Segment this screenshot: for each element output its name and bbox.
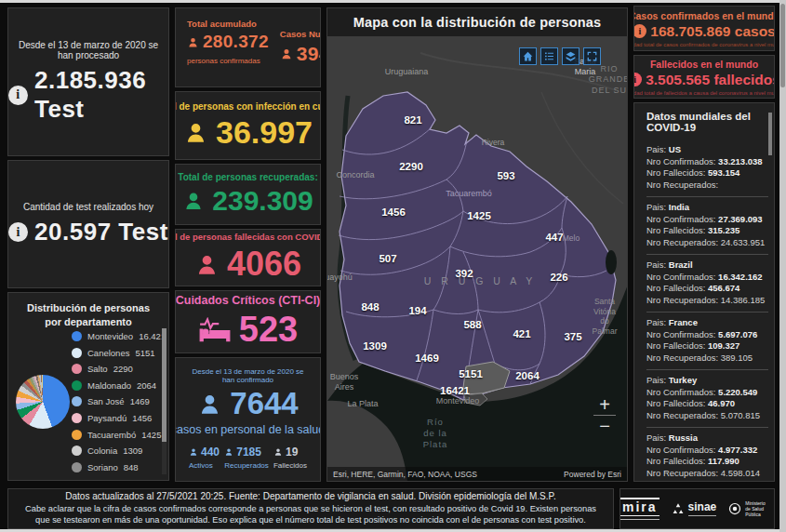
legend-value: 1456 (132, 413, 152, 423)
country-data-line: Nro Confirmados: 5.220.549 (646, 387, 768, 399)
person-icon (197, 392, 222, 417)
zoom-out-button[interactable]: − (593, 416, 616, 436)
tests-total-value-row: i 2.185.936 Test (8, 66, 168, 124)
department-case-count: 593 (497, 170, 514, 181)
department-case-count: 16421 (440, 385, 470, 396)
map-place-label: Rivera (482, 138, 505, 148)
stat-label: Fallecidos (273, 461, 307, 470)
panel-health-workers: Desde el 13 de marzo de 2020 se han conf… (175, 357, 321, 482)
panel-world-data-list: Datos mundiales del COVID-19 Pais: USNro… (633, 102, 775, 482)
country-list: Pais: USNro Confirmados: 33.213.038Nro F… (646, 140, 768, 482)
panel-accumulated-cases: Total acumulado 280.372 personas confirm… (175, 7, 321, 87)
footer-updated-line: Datos actualizados al 27/5/2021 20:25. F… (18, 491, 604, 501)
department-case-count: 447 (545, 232, 563, 243)
health-workers-subtitle: casos en personal de la salud (175, 423, 321, 436)
country-name: India (669, 202, 689, 212)
legend-color-dot (72, 348, 82, 358)
department-case-count: 821 (404, 114, 421, 126)
person-icon (182, 190, 205, 212)
department-case-count: 5151 (459, 368, 483, 379)
country-data-label: Nro Confirmados: (646, 329, 718, 339)
map-home-button[interactable] (519, 47, 537, 65)
map-legend-button[interactable] (540, 47, 558, 65)
country-list-scrollbar-thumb[interactable] (768, 113, 772, 155)
map-place-label: Buenos Aires (330, 372, 359, 393)
country-data-label: Nro Confirmados: (646, 272, 718, 282)
legend-value: 848 (124, 462, 139, 472)
country-data-value: 109.327 (708, 340, 739, 351)
map-titlebar: Mapa con la distribución de personas (327, 8, 627, 36)
legend-value: 1309 (123, 446, 142, 456)
map-place-label: Tacuarembó (446, 189, 492, 199)
country-name: Turkey (669, 375, 697, 385)
country-data-line: Nro Confirmados: 4.977.332 (646, 445, 768, 457)
department-case-count: 507 (379, 253, 396, 264)
new-cases-value: 3942 (297, 43, 321, 65)
country-data-line: Nro Recuperados: 14.386.185 (646, 295, 768, 307)
map-layers-button[interactable] (562, 47, 580, 65)
legend-value: 5151 (135, 348, 154, 358)
country-data-value: 5.697.076 (718, 329, 757, 339)
msp-logo: Ministerio de Salud Pública (728, 500, 774, 517)
zoom-in-button[interactable]: + (593, 394, 616, 415)
accumulated-title: Total acumulado (187, 19, 269, 29)
country-name-line: Pais: Russia (646, 432, 768, 445)
department-case-count: 848 (361, 301, 379, 313)
msp-logo-text: Ministerio de Salud Pública (745, 500, 774, 517)
sinae-logo-bar (688, 514, 717, 516)
legend-label: Tacuarembó (87, 430, 136, 440)
legend-label: San José (87, 396, 125, 406)
department-case-count: 421 (513, 328, 530, 339)
world-deaths-value: 3.505.565 fallecidos (646, 72, 775, 88)
deceased-value-row: 4066 (194, 245, 301, 284)
country-data-line: Nro Confirmados: 27.369.093 (646, 214, 768, 226)
department-case-count: 194 (408, 305, 426, 316)
legend-value: 2064 (137, 380, 156, 391)
country-data-value: 14.386.185 (721, 295, 766, 305)
hospital-bed-icon (198, 317, 232, 343)
deceased-value: 4066 (227, 245, 301, 284)
country-data-label: Nro Fallecidos: (646, 167, 708, 178)
country-data-label: Nro Fallecidos: (646, 225, 708, 235)
sinae-logo-text: sinae (688, 501, 717, 512)
uruguay-map-graphic (327, 36, 627, 481)
country-data-label: Nro Confirmados: (646, 214, 718, 224)
world-deaths-value-row: i 3.505.565 fallecidos (633, 72, 775, 88)
panel-world-cases: Casos confirmados en el mundo i 168.705.… (633, 6, 775, 51)
panel-active-infections: Total de personas con infección en curso… (175, 91, 321, 160)
footer-clarification: Cabe aclarar que la cifra de casos confi… (18, 504, 604, 525)
world-cases-title: Casos confirmados en el mundo (633, 10, 775, 21)
mira-logo-text: mira (620, 498, 659, 515)
page-scrollbar[interactable] (779, 0, 786, 532)
legend-item: Salto2290 (72, 364, 155, 374)
legend-scrollbar-thumb[interactable] (162, 328, 167, 442)
person-icon (183, 120, 208, 145)
page-scrollbar-thumb[interactable] (780, 4, 785, 87)
map-basemap-button[interactable] (583, 47, 601, 65)
map-canvas[interactable]: 8212290593145614254475073922268481945884… (327, 36, 627, 481)
new-cases-title: Casos Nuevos (280, 29, 321, 39)
panel-world-deaths: Fallecidos en el mundo i 3.505.565 falle… (633, 55, 775, 99)
health-workers-deceased: 19 Fallecidos (273, 446, 307, 470)
map-place-label: Concordia (336, 170, 374, 180)
country-name-label: Pais: (646, 259, 669, 270)
footer-note: Datos actualizados al 27/5/2021 20:25. F… (7, 488, 614, 529)
basemap-icon (586, 50, 598, 62)
country-data-line: Nro Fallecidos: 456.674 (646, 283, 768, 295)
country-data-line: Nro Recuperados: 24.633.951 (646, 237, 768, 249)
legend-scrollbar[interactable] (162, 328, 167, 474)
country-entry: Pais: FranceNro Confirmados: 5.697.076Nr… (646, 312, 768, 369)
person-icon (189, 447, 198, 457)
country-data-label: Nro Fallecidos: (646, 283, 708, 293)
distribution-title: Distribución de personas por departament… (8, 293, 168, 329)
map-place-label: Melo (563, 233, 580, 244)
department-case-count: 1309 (363, 340, 387, 352)
info-icon: i (8, 86, 28, 105)
country-data-line: Nro Recuperados: 389.105 (646, 352, 768, 365)
department-case-count: 375 (564, 331, 581, 342)
country-data-line: Nro Fallecidos: 117.990 (646, 456, 768, 468)
accumulated-value: 280.372 (203, 32, 269, 52)
country-data-label: Nro Fallecidos: (646, 398, 708, 408)
stat-value: 19 (286, 446, 298, 459)
recovered-title: Total de personas recuperadas: (175, 172, 321, 182)
